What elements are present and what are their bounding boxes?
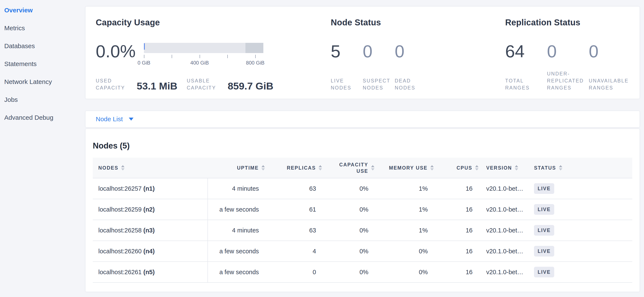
capacity-bar — [144, 43, 263, 53]
sidebar-item-databases[interactable]: Databases — [4, 42, 35, 50]
status-cell: LIVE — [528, 199, 632, 220]
sidebar-item-overview[interactable]: Overview — [4, 6, 33, 14]
capacity-axis: 0 GiB 400 GiB 800 GiB — [144, 53, 263, 66]
node-address-cell[interactable]: localhost:26258 (n3) — [93, 220, 208, 241]
used-capacity-label: USED CAPACITY — [96, 77, 134, 91]
uptime-cell: 4 minutes — [208, 220, 265, 241]
capacity-use-cell: 0% — [322, 178, 374, 199]
node-status-labels: LIVE NODES SUSPECT NODES DEAD NODES — [331, 77, 427, 91]
sidebar-item-statements[interactable]: Statements — [4, 60, 37, 68]
node-address-cell[interactable]: localhost:26259 (n2) — [93, 199, 208, 220]
status-cell: LIVE — [528, 178, 632, 199]
memory-use-cell: 0% — [374, 262, 434, 283]
column-header-cpus[interactable]: CPUS — [434, 158, 478, 178]
sidebar-item-advanced-debug[interactable]: Advanced Debug — [4, 113, 53, 122]
sidebar: Overview Metrics Databases Statements Ne… — [0, 0, 85, 297]
column-header-nodes[interactable]: NODES — [93, 158, 208, 178]
capacity-bar-usable-segment — [144, 43, 246, 53]
column-header-status[interactable]: STATUS — [528, 158, 632, 178]
axis-label-0gib: 0 GiB — [138, 60, 150, 66]
status-cell: LIVE — [528, 241, 632, 262]
usable-capacity-label: USABLE CAPACITY — [187, 77, 225, 91]
status-cell: LIVE — [528, 220, 632, 241]
status-badge: LIVE — [534, 204, 554, 215]
sidebar-item-jobs[interactable]: Jobs — [4, 95, 18, 104]
cpus-cell: 16 — [434, 262, 478, 283]
column-label: STATUS — [534, 165, 556, 171]
node-status-values: 5 0 0 — [331, 41, 427, 62]
axis-tick — [172, 55, 172, 58]
capacity-usage-title: Capacity Usage — [96, 18, 160, 27]
node-list-card: Node List — [85, 111, 640, 127]
cluster-summary-card: Capacity Usage 0.0% — [85, 6, 640, 99]
sort-icon — [430, 165, 434, 170]
version-cell: v20.1.0-bet… — [478, 262, 528, 283]
suspect-nodes-label: SUSPECT NODES — [363, 77, 395, 91]
under-replicated-ranges-count: 0 — [547, 41, 589, 62]
column-label: CAPACITY USE — [336, 162, 368, 174]
uptime-cell: 4 minutes — [208, 178, 265, 199]
version-cell: v20.1.0-bet… — [478, 178, 528, 199]
uptime-cell: a few seconds — [208, 262, 265, 283]
axis-label-400gib: 400 GiB — [190, 60, 209, 66]
version-cell: v20.1.0-bet… — [478, 241, 528, 262]
column-header-replicas[interactable]: REPLICAS — [265, 158, 322, 178]
sidebar-item-metrics[interactable]: Metrics — [4, 24, 25, 32]
dead-nodes-label: DEAD NODES — [395, 77, 427, 91]
node-row-n4[interactable]: localhost:26260 (n4) a few seconds 4 0% … — [93, 241, 632, 262]
node-address-cell[interactable]: localhost:26260 (n4) — [93, 241, 208, 262]
capacity-usage-section: Capacity Usage 0.0% — [96, 6, 330, 99]
column-header-version[interactable]: VERSION — [478, 158, 528, 178]
uptime-cell: a few seconds — [208, 199, 265, 220]
node-address-cell[interactable]: localhost:26261 (n5) — [93, 262, 208, 283]
replicas-cell: 63 — [265, 220, 322, 241]
chevron-down-icon — [129, 118, 134, 121]
node-row-n1[interactable]: localhost:26257 (n1) 4 minutes 63 0% 1% … — [93, 178, 632, 199]
axis-tick — [144, 55, 144, 58]
under-replicated-ranges-label: UNDER-REPLICATED RANGES — [547, 70, 589, 91]
axis-label-800gib: 800 GiB — [246, 60, 265, 66]
node-row-n2[interactable]: localhost:26259 (n2) a few seconds 61 0%… — [93, 199, 632, 220]
axis-tick — [227, 55, 228, 58]
capacity-used-percent: 0.0% — [96, 41, 138, 62]
column-header-capacity-use[interactable]: CAPACITY USE — [322, 158, 374, 178]
replicas-cell: 0 — [265, 262, 322, 283]
sort-icon — [318, 165, 322, 170]
node-address-cell[interactable]: localhost:26257 (n1) — [93, 178, 208, 199]
replicas-cell: 4 — [265, 241, 322, 262]
memory-use-cell: 1% — [374, 220, 434, 241]
memory-use-cell: 1% — [374, 178, 434, 199]
version-cell: v20.1.0-bet… — [478, 220, 528, 241]
replication-status-title: Replication Status — [505, 18, 580, 27]
table-header-row: NODES UPTIME REPLICAS CAPACITY USE MEMOR — [93, 158, 632, 178]
capacity-bar-used-indicator — [144, 43, 145, 50]
node-status-section: Node Status 5 0 0 LIVE NODES SUSPECT NOD… — [331, 6, 501, 99]
status-cell: LIVE — [528, 262, 632, 283]
unavailable-ranges-count: 0 — [589, 41, 630, 62]
total-ranges-label: TOTAL RANGES — [505, 77, 547, 91]
sidebar-item-network-latency[interactable]: Network Latency — [4, 77, 52, 86]
replicas-cell: 63 — [265, 178, 322, 199]
live-nodes-count: 5 — [331, 41, 363, 62]
replicas-cell: 61 — [265, 199, 322, 220]
column-label: CPUS — [456, 165, 472, 171]
node-list-dropdown[interactable]: Node List — [96, 115, 134, 123]
status-badge: LIVE — [534, 225, 554, 236]
sort-icon — [515, 165, 518, 170]
status-badge: LIVE — [534, 267, 554, 278]
status-badge: LIVE — [534, 183, 554, 194]
node-row-n3[interactable]: localhost:26258 (n3) 4 minutes 63 0% 1% … — [93, 220, 632, 241]
capacity-use-cell: 0% — [322, 220, 374, 241]
capacity-use-cell: 0% — [322, 262, 374, 283]
column-header-memory-use[interactable]: MEMORY USE — [374, 158, 434, 178]
column-label: REPLICAS — [287, 165, 316, 171]
column-header-uptime[interactable]: UPTIME — [208, 158, 265, 178]
suspect-nodes-count: 0 — [363, 41, 395, 62]
node-row-n5[interactable]: localhost:26261 (n5) a few seconds 0 0% … — [93, 262, 632, 283]
capacity-usage-chart-row: 0.0% 0 GiB — [96, 41, 263, 66]
live-nodes-label: LIVE NODES — [331, 77, 363, 91]
sort-icon — [559, 165, 562, 170]
column-label: VERSION — [486, 165, 512, 171]
cpus-cell: 16 — [434, 220, 478, 241]
cpus-cell: 16 — [434, 178, 478, 199]
